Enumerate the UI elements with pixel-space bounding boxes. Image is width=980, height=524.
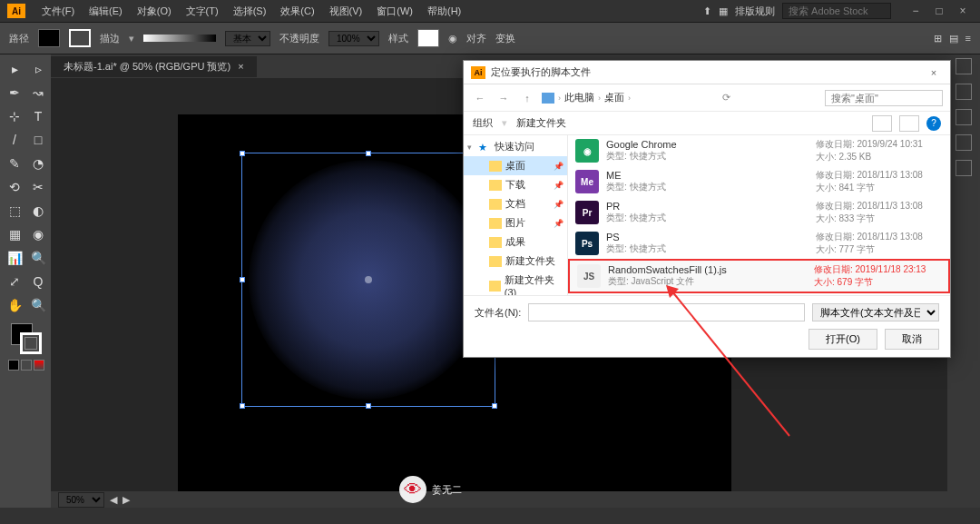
nav-back-icon[interactable]: ←	[471, 89, 489, 107]
doc-setup-icon[interactable]: ◉	[448, 33, 457, 44]
stock-search-input[interactable]	[782, 3, 891, 19]
tool-4[interactable]: ⊹	[4, 105, 25, 127]
tool-21[interactable]: 🔍	[27, 294, 49, 316]
tool-12[interactable]: ⬚	[4, 200, 25, 222]
nav-up-icon[interactable]: ↑	[518, 89, 536, 107]
view-mode-button[interactable]	[872, 115, 892, 132]
align-label[interactable]: 对齐	[466, 32, 486, 45]
workspace-selector[interactable]: 排版规则	[735, 5, 775, 18]
file-row[interactable]: PsPS类型: 快捷方式修改日期: 2018/11/3 13:08大小: 777…	[568, 228, 950, 259]
tool-18[interactable]: ⤢	[4, 271, 25, 292]
tool-20[interactable]: ✋	[4, 294, 25, 316]
fill-stroke-control[interactable]	[4, 323, 49, 371]
nav-prev-icon[interactable]: ◀	[110, 494, 117, 506]
tool-19[interactable]: Q	[27, 271, 49, 292]
sidebar-item-下载[interactable]: 下载📌	[464, 175, 567, 194]
tool-16[interactable]: 📊	[4, 247, 25, 269]
new-folder-button[interactable]: 新建文件夹	[516, 116, 566, 130]
sidebar-item-成果[interactable]: 成果	[464, 232, 567, 252]
close-tab-icon[interactable]: ×	[238, 61, 243, 72]
selection-handle[interactable]	[366, 151, 371, 156]
nav-next-icon[interactable]: ▶	[122, 494, 130, 506]
tool-14[interactable]: ▦	[4, 223, 25, 245]
sidebar-item-新建文件夹 (3)[interactable]: 新建文件夹 (3)	[464, 271, 567, 295]
tool-0[interactable]: ▸	[4, 58, 25, 80]
menu-文件(F)[interactable]: 文件(F)	[34, 5, 82, 18]
menu-文字(T)[interactable]: 文字(T)	[179, 5, 226, 18]
sidebar-item-图片[interactable]: 图片📌	[464, 213, 567, 232]
stroke-panel-icon[interactable]	[956, 109, 972, 125]
menu-视图(V)[interactable]: 视图(V)	[322, 5, 370, 18]
menu-效果(C)[interactable]: 效果(C)	[273, 5, 321, 18]
opacity-select[interactable]: 100%	[328, 31, 379, 46]
crumb-desktop[interactable]: 桌面	[604, 91, 624, 104]
tool-9[interactable]: ◔	[27, 153, 49, 174]
maximize-button[interactable]: □	[929, 5, 949, 17]
selection-handle[interactable]	[492, 403, 497, 409]
selection-handle[interactable]	[240, 403, 245, 409]
tool-13[interactable]: ◐	[27, 200, 49, 222]
cancel-button[interactable]: 取消	[885, 329, 939, 350]
menu-编辑(E)[interactable]: 编辑(E)	[82, 5, 130, 18]
help-icon[interactable]: ?	[926, 116, 941, 131]
menu-帮助(H)[interactable]: 帮助(H)	[420, 5, 468, 18]
layers-panel-icon[interactable]	[956, 134, 972, 151]
nav-forward-icon[interactable]: →	[495, 89, 513, 107]
brush-select[interactable]: 基本	[225, 31, 270, 46]
selection-handle[interactable]	[240, 151, 245, 156]
dialog-close-button[interactable]: ×	[925, 67, 943, 78]
selection-handle[interactable]	[240, 277, 245, 282]
organize-button[interactable]: 组织	[473, 116, 493, 130]
file-row[interactable]: MeME类型: 快捷方式修改日期: 2018/11/3 13:08大小: 841…	[568, 166, 950, 197]
tool-5[interactable]: T	[27, 105, 49, 127]
zoom-select[interactable]: 50%	[58, 492, 104, 508]
sidebar-item-快速访问[interactable]: ★快速访问	[464, 137, 567, 156]
crumb-pc[interactable]: 此电脑	[564, 91, 594, 104]
style-label: 样式	[388, 32, 408, 45]
file-row[interactable]: ◉Google Chrome类型: 快捷方式修改日期: 2019/9/24 10…	[568, 135, 950, 166]
sidebar-item-新建文件夹[interactable]: 新建文件夹	[464, 252, 567, 271]
open-button[interactable]: 打开(O)	[808, 329, 877, 350]
sidebar-item-桌面[interactable]: 桌面📌	[464, 156, 567, 175]
filename-input[interactable]	[528, 303, 805, 321]
refresh-icon[interactable]: ⟳	[722, 92, 730, 104]
tool-7[interactable]: □	[27, 129, 49, 151]
file-row[interactable]: PrPR类型: 快捷方式修改日期: 2018/11/3 13:08大小: 833…	[568, 197, 950, 228]
menu-选择(S)[interactable]: 选择(S)	[226, 5, 274, 18]
tool-1[interactable]: ▹	[27, 58, 49, 80]
file-filter-select[interactable]: 脚本文件(文本文件及已编译文件	[812, 303, 939, 321]
file-date: 修改日期: 2018/11/3 13:08	[816, 200, 923, 213]
selection-handle[interactable]	[366, 403, 371, 409]
tool-6[interactable]: /	[4, 129, 25, 151]
menu-窗口(W)[interactable]: 窗口(W)	[369, 5, 420, 18]
transform-label[interactable]: 变换	[495, 32, 515, 45]
style-swatch[interactable]	[417, 29, 439, 47]
panel-icon-2[interactable]: ▤	[949, 33, 958, 44]
arrange-icon[interactable]: ▦	[719, 5, 728, 17]
menu-对象(O)[interactable]: 对象(O)	[130, 5, 179, 18]
file-row[interactable]: JSRandomSwatchesFill (1).js类型: JavaScrip…	[568, 259, 950, 293]
tool-8[interactable]: ✎	[4, 153, 25, 174]
tool-15[interactable]: ◉	[27, 223, 49, 245]
breadcrumb[interactable]: › 此电脑 › 桌面 ›	[542, 91, 631, 104]
tool-3[interactable]: ↝	[27, 82, 49, 104]
tool-2[interactable]: ✒	[4, 82, 25, 104]
minimize-button[interactable]: −	[906, 5, 926, 17]
tool-10[interactable]: ⟲	[4, 176, 25, 198]
preview-button[interactable]	[899, 115, 919, 132]
stroke-weight[interactable]	[143, 35, 216, 42]
color-panel-icon[interactable]	[956, 58, 972, 74]
share-icon[interactable]: ⬆	[703, 5, 711, 17]
document-tab[interactable]: 未标题-1.ai* @ 50% (RGB/GPU 预览) ×	[51, 56, 257, 77]
properties-panel-icon[interactable]	[956, 160, 972, 176]
tool-17[interactable]: 🔍	[27, 247, 49, 269]
panel-icon-3[interactable]: ≡	[965, 33, 971, 44]
tool-11[interactable]: ✂	[27, 176, 49, 198]
close-button[interactable]: ×	[953, 5, 973, 17]
swatches-panel-icon[interactable]	[956, 84, 972, 100]
sidebar-item-文档[interactable]: 文档📌	[464, 194, 567, 213]
fill-swatch[interactable]	[38, 29, 60, 47]
dialog-search-input[interactable]	[825, 90, 943, 106]
panel-icon-1[interactable]: ⊞	[934, 33, 942, 44]
stroke-swatch[interactable]	[69, 29, 91, 47]
